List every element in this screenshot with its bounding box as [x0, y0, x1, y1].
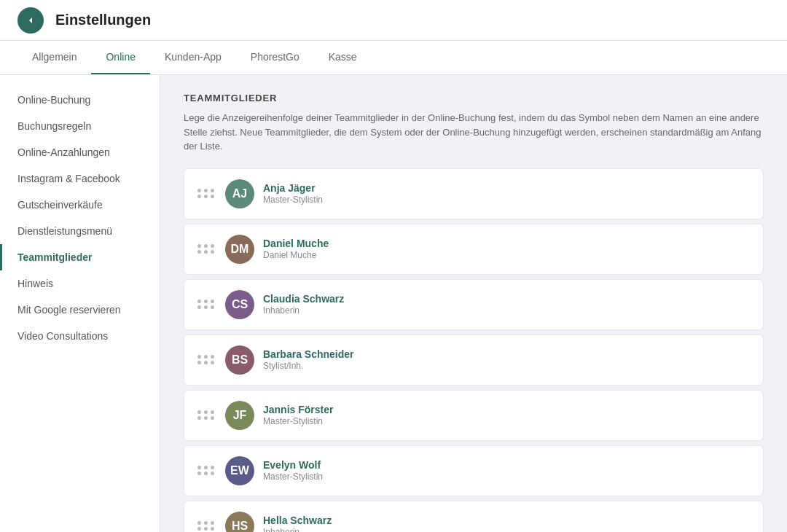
- avatar: AJ: [225, 179, 254, 208]
- sidebar: Online-Buchung Buchungsregeln Online-Anz…: [0, 75, 160, 532]
- back-button[interactable]: [17, 7, 44, 34]
- member-role: Master-Stylistin: [263, 472, 751, 482]
- tab-online[interactable]: Online: [91, 41, 149, 74]
- drag-handle[interactable]: [196, 409, 216, 421]
- drag-handle[interactable]: [196, 520, 216, 532]
- member-info: Claudia Schwarz Inhaberin: [263, 293, 751, 316]
- sidebar-item-video-consultations[interactable]: Video Consultations: [0, 323, 160, 349]
- member-info: Jannis Förster Master-Stylistin: [263, 404, 751, 426]
- tab-kasse[interactable]: Kasse: [314, 41, 372, 74]
- member-role: Master-Stylistin: [263, 195, 751, 205]
- sidebar-item-mit-google-reservieren[interactable]: Mit Google reservieren: [0, 297, 160, 323]
- avatar: BS: [225, 345, 254, 375]
- member-info: Barbara Schneider Stylist/Inh.: [263, 348, 751, 371]
- sidebar-item-buchungsregeln[interactable]: Buchungsregeln: [0, 113, 160, 139]
- tab-kunden-app[interactable]: Kunden-App: [150, 41, 236, 74]
- table-row: DM Daniel Muche Daniel Muche: [184, 224, 764, 275]
- tab-phorestgo[interactable]: PhorestGo: [236, 41, 314, 74]
- member-name: Jannis Förster: [263, 404, 751, 415]
- member-name: Barbara Schneider: [263, 348, 751, 360]
- table-row: JF Jannis Förster Master-Stylistin: [184, 390, 764, 441]
- sidebar-item-online-anzahlungen[interactable]: Online-Anzahlungen: [0, 139, 160, 165]
- member-role: Daniel Muche: [263, 250, 751, 260]
- member-info: Anja Jäger Master-Stylistin: [263, 182, 751, 205]
- member-name: Daniel Muche: [263, 238, 751, 249]
- drag-handle[interactable]: [196, 464, 216, 477]
- member-role: Inhaberin: [263, 305, 751, 316]
- sidebar-item-dienstleistungsmenu[interactable]: Dienstleistungsmenü: [0, 218, 160, 244]
- member-name: Evelyn Wolf: [263, 459, 751, 471]
- avatar: JF: [225, 401, 254, 430]
- tabs-bar: Allgemein Online Kunden-App PhorestGo Ka…: [0, 41, 787, 75]
- avatar: HS: [225, 512, 254, 533]
- page-title: Einstellungen: [55, 12, 151, 28]
- avatar: DM: [225, 235, 254, 264]
- member-info: Evelyn Wolf Master-Stylistin: [263, 459, 751, 482]
- drag-handle[interactable]: [196, 243, 216, 255]
- section-title: TEAMMITGLIEDER: [184, 93, 764, 103]
- member-name: Anja Jäger: [263, 182, 751, 194]
- main-content: TEAMMITGLIEDER Lege die Anzeigereihenfol…: [160, 75, 787, 532]
- tab-allgemein[interactable]: Allgemein: [17, 41, 91, 74]
- member-role: Stylist/Inh.: [263, 361, 751, 371]
- sidebar-item-teammitglieder[interactable]: Teammitglieder: [0, 244, 160, 270]
- section-description: Lege die Anzeigereihenfolge deiner Teamm…: [184, 111, 764, 154]
- member-role: Master-Stylistin: [263, 416, 751, 426]
- avatar: EW: [225, 456, 254, 485]
- sidebar-item-online-buchung[interactable]: Online-Buchung: [0, 87, 160, 113]
- drag-handle[interactable]: [196, 353, 216, 366]
- member-role: Inhaberin: [263, 527, 751, 532]
- drag-handle[interactable]: [196, 187, 216, 200]
- team-list: AJ Anja Jäger Master-Stylistin DM Daniel…: [184, 168, 764, 533]
- content-area: Online-Buchung Buchungsregeln Online-Anz…: [0, 75, 787, 532]
- table-row: BS Barbara Schneider Stylist/Inh.: [184, 335, 764, 386]
- table-row: HS Hella Schwarz Inhaberin: [184, 501, 764, 533]
- member-info: Hella Schwarz Inhaberin: [263, 515, 751, 532]
- drag-handle[interactable]: [196, 298, 216, 310]
- member-name: Hella Schwarz: [263, 515, 751, 526]
- member-name: Claudia Schwarz: [263, 293, 751, 305]
- header: Einstellungen: [0, 0, 787, 41]
- table-row: CS Claudia Schwarz Inhaberin: [184, 279, 764, 330]
- sidebar-item-hinweis[interactable]: Hinweis: [0, 270, 160, 297]
- sidebar-item-instagram-facebook[interactable]: Instagram & Facebook: [0, 165, 160, 192]
- table-row: EW Evelyn Wolf Master-Stylistin: [184, 445, 764, 496]
- table-row: AJ Anja Jäger Master-Stylistin: [184, 168, 764, 219]
- avatar: CS: [225, 290, 254, 319]
- member-info: Daniel Muche Daniel Muche: [263, 238, 751, 260]
- sidebar-item-gutscheinverkaufe[interactable]: Gutscheinverkäufe: [0, 192, 160, 218]
